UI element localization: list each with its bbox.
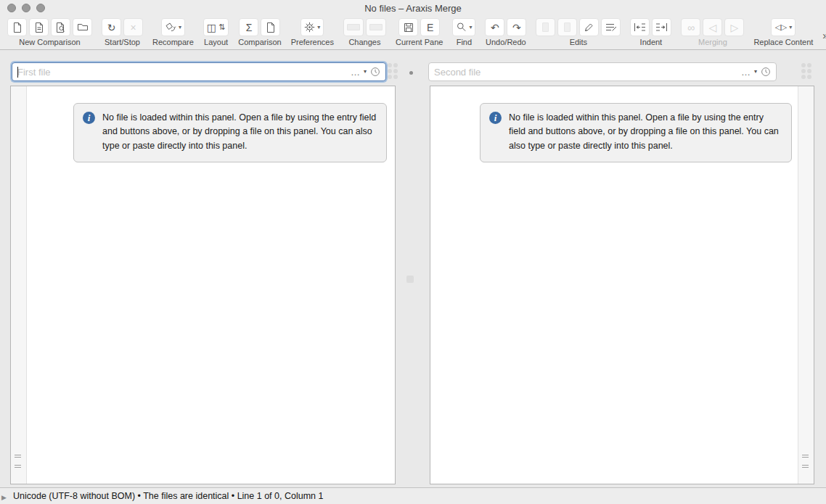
lines-pen-icon — [605, 22, 617, 32]
toolbar-group-layout: ◫ ⇅ Layout — [203, 17, 229, 46]
browse-second-file-button[interactable]: … — [741, 67, 751, 77]
comparison-summary-button[interactable]: Σ — [239, 18, 258, 36]
first-file-history-button[interactable] — [370, 67, 380, 77]
link-dot — [393, 75, 398, 79]
pane-link-control[interactable] — [801, 63, 811, 79]
merge-link-button[interactable]: ∞ — [681, 18, 700, 36]
save-icon — [404, 22, 414, 33]
first-file-dropdown-icon[interactable]: ▾ — [364, 69, 367, 75]
copy-icon — [564, 22, 571, 32]
layout-button[interactable]: ◫ ⇅ — [203, 18, 229, 36]
browse-first-file-button[interactable]: … — [351, 67, 360, 77]
cut-button[interactable] — [536, 18, 555, 36]
second-file-panel[interactable]: i No file is loaded within this panel. O… — [430, 86, 814, 484]
pane-link-control[interactable] — [388, 63, 398, 79]
link-dot — [807, 63, 811, 67]
merge-right-button[interactable]: ▷ — [724, 18, 744, 36]
encoding-button[interactable]: E — [420, 18, 440, 36]
window-title: No files – Araxis Merge — [364, 3, 462, 14]
toolbar-group-label: Current Pane — [396, 38, 443, 46]
preferences-button[interactable]: ▾ — [300, 18, 324, 36]
link-dot — [801, 69, 806, 73]
new-binary-comparison-button[interactable] — [29, 18, 49, 36]
first-panel-info-box: i No file is loaded within this panel. O… — [73, 103, 387, 162]
clock-icon — [761, 67, 771, 77]
zoom-window-button[interactable] — [36, 4, 45, 12]
info-text: No file is loaded within this panel. Ope… — [102, 111, 377, 153]
status-text: Unicode (UTF-8 without BOM) • The files … — [13, 491, 323, 501]
search-icon — [456, 22, 467, 33]
toolbar-group-label: Merging — [698, 38, 727, 46]
indent-icon — [655, 22, 668, 32]
minimize-window-button[interactable] — [22, 4, 30, 12]
merge-left-button[interactable]: ◁ — [703, 18, 722, 36]
title-bar: No files – Araxis Merge — [0, 0, 826, 16]
start-button[interactable]: ↻ — [102, 18, 121, 36]
gutter-markers — [802, 455, 809, 469]
undo-icon: ↶ — [491, 22, 499, 33]
link-dot — [393, 63, 398, 67]
outdent-button[interactable] — [630, 18, 650, 36]
refresh-icon: ↻ — [107, 22, 116, 33]
edit-text-button[interactable] — [579, 18, 599, 36]
window-controls — [7, 4, 45, 12]
chevron-down-icon: ▾ — [317, 24, 320, 30]
next-change-button[interactable] — [366, 18, 386, 36]
first-file-input[interactable] — [17, 67, 347, 78]
first-panel-gutter — [11, 86, 27, 484]
splitter-handle[interactable] — [406, 276, 414, 283]
second-panel-info-box: i No file is loaded within this panel. O… — [480, 103, 792, 162]
replace-content-icon: ◁▷ — [774, 23, 787, 31]
first-file-field[interactable]: … ▾ — [12, 62, 386, 81]
recompare-icon — [165, 22, 176, 33]
text-caret — [17, 67, 18, 78]
second-file-input[interactable] — [434, 67, 737, 78]
toolbar-group-label: Recompare — [152, 38, 194, 46]
cut-icon — [542, 22, 549, 32]
new-image-comparison-button[interactable] — [51, 18, 70, 36]
toolbar-group-comparison: Σ Comparison — [238, 17, 281, 46]
redo-button[interactable]: ↷ — [507, 18, 526, 36]
recompare-button[interactable]: ▾ — [161, 18, 185, 36]
toolbar-group-label: Undo/Redo — [486, 38, 526, 46]
stop-button[interactable]: × — [123, 18, 143, 36]
copy-button[interactable] — [557, 18, 577, 36]
link-dot — [393, 69, 398, 73]
info-icon: i — [83, 112, 95, 124]
comparison-report-button[interactable] — [261, 18, 280, 36]
sigma-icon: Σ — [246, 22, 253, 33]
toolbar-group-current-pane: E Current Pane — [396, 17, 443, 46]
undo-button[interactable]: ↶ — [485, 18, 504, 36]
link-dot — [807, 75, 811, 79]
status-expander-icon[interactable]: ▶ — [1, 495, 7, 501]
redo-icon: ↷ — [512, 22, 521, 33]
first-file-panel[interactable]: i No file is loaded within this panel. O… — [10, 86, 396, 484]
pane-splitter-dot[interactable] — [409, 71, 413, 75]
edit-lines-button[interactable] — [601, 18, 621, 36]
toolbar-group-label: Edits — [570, 38, 587, 46]
second-file-field[interactable]: … ▾ — [428, 62, 777, 81]
replace-content-button[interactable]: ◁▷ ▾ — [771, 18, 796, 36]
pen-icon — [584, 22, 594, 33]
second-file-history-button[interactable] — [761, 67, 771, 77]
second-file-dropdown-icon[interactable]: ▾ — [754, 69, 757, 75]
status-bar: ▶ Unicode (UTF-8 without BOM) • The file… — [0, 487, 826, 504]
info-icon: i — [489, 112, 502, 124]
toolbar-overflow-button[interactable]: » — [822, 29, 826, 41]
indent-button[interactable] — [652, 18, 671, 36]
toolbar-group-changes: Changes — [343, 17, 386, 46]
new-folder-comparison-button[interactable] — [73, 18, 92, 36]
toolbar-group-label: Start/Stop — [105, 38, 140, 46]
info-text: No file is loaded within this panel. Ope… — [509, 111, 782, 153]
toolbar-group-label: Replace Content — [753, 38, 813, 46]
gutter-markers — [15, 455, 21, 469]
merge-left-icon: ◁ — [709, 22, 717, 33]
find-button[interactable]: ▾ — [452, 18, 475, 36]
previous-change-button[interactable] — [343, 18, 364, 36]
second-panel-gutter — [798, 86, 814, 484]
new-text-comparison-button[interactable] — [7, 18, 27, 36]
save-button[interactable] — [398, 18, 418, 36]
close-window-button[interactable] — [7, 4, 16, 12]
toolbar-group-label: Changes — [348, 38, 380, 46]
document-search-icon — [55, 22, 66, 33]
